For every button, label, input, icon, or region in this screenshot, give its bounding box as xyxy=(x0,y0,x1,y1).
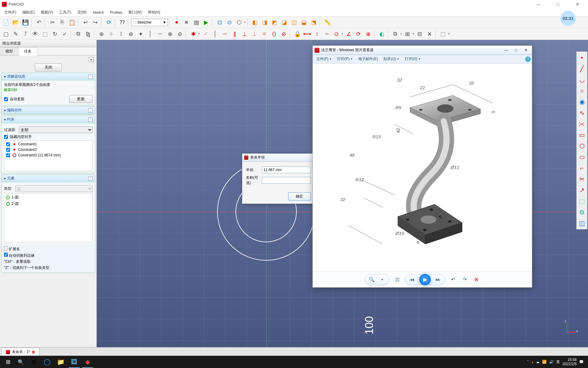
select-h-axis-icon[interactable]: ─ xyxy=(156,29,165,39)
menu-file[interactable]: 文件(F) xyxy=(1,9,19,16)
rear-icon[interactable]: ◫ xyxy=(290,18,299,27)
start-button[interactable]: ⊞ xyxy=(1,356,15,368)
pv-zoom-dropdown-icon[interactable]: ▼ xyxy=(378,276,386,284)
photo-viewer-window[interactable]: 法兰弯管 - Windows 照片查看器 — □ ✕ 文件(F)▼ 打印(P)▼… xyxy=(312,45,532,288)
ok-button[interactable]: 确定 xyxy=(288,192,311,201)
tray-ime[interactable]: 英 xyxy=(556,359,560,365)
element-item[interactable]: 1-圆 xyxy=(5,194,92,201)
parallel-icon[interactable]: ∥ xyxy=(230,29,239,39)
pv-menu-file[interactable]: 文件(F)▼ xyxy=(314,56,334,63)
redo-icon[interactable]: ↪ xyxy=(91,18,100,27)
block-icon[interactable]: ⊘ xyxy=(279,29,288,39)
save-icon[interactable]: 💾 xyxy=(21,18,30,27)
vertical-icon[interactable]: │ xyxy=(211,29,220,39)
tray-shield-icon[interactable]: ⬥ xyxy=(531,360,533,364)
solver-collapse-icon[interactable]: ⌃ xyxy=(88,75,92,79)
iso-icon[interactable]: ◧ xyxy=(251,18,260,27)
tray-up-icon[interactable]: ˄ xyxy=(527,360,529,364)
axes-gizmo[interactable]: zx xyxy=(564,320,582,338)
tray-notifications-icon[interactable]: 💬 xyxy=(579,360,584,364)
left-icon[interactable]: ⬔ xyxy=(309,18,318,27)
rect-array-icon[interactable]: ⊟ xyxy=(415,29,424,39)
coincident-icon[interactable]: ✱ xyxy=(189,29,198,39)
type-select[interactable]: 边 xyxy=(15,185,92,192)
run-macro-icon[interactable]: ▶ xyxy=(202,18,211,27)
tab-tasks[interactable]: 任务 xyxy=(19,47,37,56)
zoom-fit-icon[interactable]: ⊡ xyxy=(215,18,224,27)
toggle-driving-icon[interactable]: ◐ xyxy=(377,29,386,39)
name-input[interactable] xyxy=(262,177,311,184)
close-shape-icon[interactable]: ○ xyxy=(107,29,116,39)
pv-zoom-icon[interactable]: 🔍 xyxy=(368,276,376,284)
copy-geom-icon[interactable]: ⊞ xyxy=(403,29,412,39)
slot-tool-icon[interactable]: ⬭ xyxy=(577,152,586,162)
pv-help-icon[interactable]: ? xyxy=(525,56,531,62)
leave-sketch-icon[interactable]: ⤴ xyxy=(21,29,30,39)
pv-delete-icon[interactable]: ✕ xyxy=(472,276,480,284)
distance-icon[interactable]: ↔ xyxy=(322,29,331,39)
tray-onedrive-icon[interactable]: ☁ xyxy=(536,360,540,364)
merge-icon[interactable]: ⧉ xyxy=(74,29,83,39)
pv-minimize-button[interactable]: — xyxy=(502,47,511,53)
pv-maximize-button[interactable]: □ xyxy=(512,47,520,53)
point-tool-icon[interactable]: • xyxy=(577,53,586,62)
open-icon[interactable]: 📂 xyxy=(11,18,20,27)
filter-select[interactable]: 全部 xyxy=(19,126,92,133)
symmetric-icon[interactable]: ⟨⟩ xyxy=(270,29,279,39)
auto-switch-checkbox[interactable] xyxy=(4,253,8,257)
arc-tool-icon[interactable]: ◡ xyxy=(577,75,586,84)
tangent-icon[interactable]: ⟂ xyxy=(250,29,259,39)
internal-align-icon[interactable]: ⊕ xyxy=(364,29,373,39)
new-sketch-icon[interactable]: ▢ xyxy=(1,29,10,39)
constraint-item[interactable]: Constraint2 xyxy=(5,147,92,152)
lock-icon[interactable]: 🔒 xyxy=(293,29,302,39)
fillet-tool-icon[interactable]: ⌐ xyxy=(577,163,586,173)
clone-icon[interactable]: ⧉ xyxy=(391,29,400,39)
toggle-virtual-icon[interactable]: ⬚ xyxy=(439,29,448,39)
perpendicular-icon[interactable]: ⊥ xyxy=(240,29,249,39)
constraint-item[interactable]: Constraint1 xyxy=(5,141,92,147)
external-tool-icon[interactable]: ⬚ xyxy=(577,197,586,206)
horizontal-icon[interactable]: ─ xyxy=(221,29,230,39)
pv-next-icon[interactable]: ⏭ xyxy=(434,276,442,284)
connect-icon[interactable]: ⟟ xyxy=(116,29,126,39)
select-v-axis-icon[interactable]: │ xyxy=(146,29,155,39)
menu-tools[interactable]: 工具(T) xyxy=(56,9,74,16)
snells-icon[interactable]: ⟳ xyxy=(354,29,363,39)
bottom-icon[interactable]: ⬓ xyxy=(300,18,309,27)
edit-collapse-icon[interactable]: ⌄ xyxy=(88,108,92,113)
photo-viewer-task-icon[interactable]: 🖼 xyxy=(67,356,81,368)
edit-sketch-icon[interactable]: ✎ xyxy=(11,29,20,39)
right-icon[interactable]: ◪ xyxy=(280,18,289,27)
close-doc-icon[interactable]: ⊠ xyxy=(32,350,35,354)
close-sketch-button[interactable]: 关闭 xyxy=(35,63,62,71)
pv-menu-print[interactable]: 打印(P)▼ xyxy=(335,56,355,63)
delete-geom-icon[interactable]: ✕ xyxy=(425,29,434,39)
select-constraints-icon[interactable]: ⊛ xyxy=(126,29,135,39)
map-sketch-icon[interactable]: ⬚ xyxy=(40,29,50,39)
edge-icon[interactable]: ◯ xyxy=(40,356,54,368)
polyline-tool-icon[interactable]: ⩙ xyxy=(577,119,586,128)
pv-image-area[interactable]: 32 22 32 5 R5 42 R15 48 R12 32 Ø11 Ø19 6… xyxy=(313,63,532,271)
angle-icon[interactable]: ∠ xyxy=(344,29,353,39)
menu-help[interactable]: 帮助(H) xyxy=(145,9,164,16)
stop-macro-icon[interactable]: ■ xyxy=(182,18,191,27)
tab-model[interactable]: 模型 xyxy=(0,47,19,55)
pv-rotate-ccw-icon[interactable]: ↶ xyxy=(449,276,457,284)
conic-tool-icon[interactable]: ◉ xyxy=(577,97,586,106)
freecad-task-icon[interactable]: ◆ xyxy=(81,356,94,368)
explorer-icon[interactable]: 📁 xyxy=(54,356,67,368)
constraints-collapse-icon[interactable]: ⌃ xyxy=(88,117,92,122)
menu-edit[interactable]: 编辑(E) xyxy=(19,9,38,16)
dof-icon[interactable]: ⊕ xyxy=(97,29,106,39)
macros-icon[interactable]: ▤ xyxy=(192,18,201,27)
task-view-icon[interactable]: ⧉ xyxy=(27,356,40,368)
top-icon[interactable]: ◩ xyxy=(270,18,279,27)
menu-profiles[interactable]: Profiles xyxy=(107,9,125,16)
polygon-tool-icon[interactable]: ⬡ xyxy=(577,141,586,151)
radius-input[interactable] xyxy=(262,167,311,173)
update-button[interactable]: 更新 xyxy=(69,95,92,103)
front-icon[interactable]: ◨ xyxy=(260,18,270,27)
pv-rotate-cw-icon[interactable]: ↷ xyxy=(461,276,469,284)
view-sketch-icon[interactable]: 👁 xyxy=(31,29,40,39)
